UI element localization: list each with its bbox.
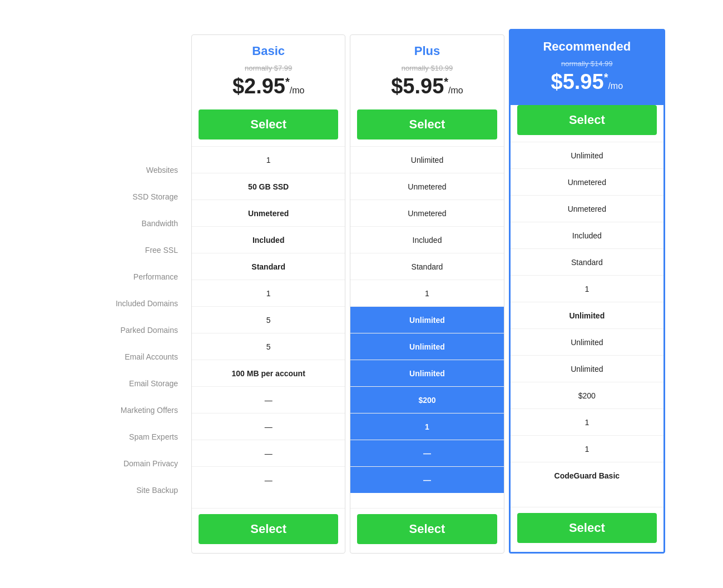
- plus-feature-2: Unmetered: [350, 200, 503, 226]
- recommended-feature-1: Unmetered: [511, 168, 663, 195]
- plus-feature-1: Unmetered: [350, 173, 503, 200]
- plus-select-bottom-button[interactable]: Select: [357, 514, 497, 544]
- recommended-feature-3: Included: [511, 222, 663, 248]
- feature-label-spam: Spam Experts: [56, 423, 189, 450]
- recommended-feature-2: Unmetered: [511, 195, 663, 222]
- plus-feature-5: 1: [350, 280, 503, 306]
- plus-feature-12: —: [350, 466, 503, 493]
- plus-normally: normally $10.99: [356, 64, 498, 72]
- recommended-feature-6: Unlimited: [511, 302, 663, 328]
- rec-parked-value: Unlimited: [569, 311, 605, 320]
- feature-label-backup: Site Backup: [56, 477, 189, 504]
- feature-label-ssl: Free SSL: [56, 237, 189, 263]
- plus-feature-6: Unlimited: [350, 306, 503, 333]
- recommended-price-per: /mo: [608, 81, 623, 91]
- recommended-select-top-button[interactable]: Select: [517, 105, 657, 135]
- basic-emailstorage-value: 100 MB per account: [232, 369, 305, 378]
- basic-feature-7: 5: [192, 333, 345, 360]
- plus-select-top-button[interactable]: Select: [357, 109, 497, 139]
- feature-label-email-storage: Email Storage: [56, 370, 189, 397]
- feature-label-ssd: SSD Storage: [56, 183, 189, 210]
- recommended-feature-12: CodeGuard Basic: [511, 462, 663, 489]
- basic-feature-12: —: [192, 466, 345, 493]
- plus-title: Plus: [356, 44, 498, 58]
- basic-perf-value: Standard: [251, 262, 285, 271]
- feature-label-privacy: Domain Privacy: [56, 450, 189, 477]
- recommended-header: Recommended normally $14.99 $5.95*/mo: [511, 31, 663, 105]
- basic-footer: Select: [192, 508, 345, 553]
- recommended-select-bottom-button[interactable]: Select: [517, 513, 657, 543]
- plus-feature-7: Unlimited: [350, 333, 503, 360]
- plus-price-asterisk: *: [444, 76, 448, 88]
- plus-feature-10: 1: [350, 413, 503, 440]
- recommended-feature-11: 1: [511, 435, 663, 462]
- basic-price-asterisk: *: [285, 76, 290, 88]
- feature-label-domains: Included Domains: [56, 290, 189, 317]
- recommended-price: $5.95*/mo: [516, 70, 658, 94]
- recommended-normally: normally $14.99: [516, 59, 658, 68]
- basic-feature-11: —: [192, 440, 345, 466]
- basic-header: Basic normally $7.99 $2.95*/mo: [192, 35, 345, 109]
- rec-backup-value: CodeGuard Basic: [554, 471, 620, 480]
- basic-select-bottom-button[interactable]: Select: [199, 514, 338, 544]
- recommended-price-whole: $5.95: [551, 70, 604, 93]
- recommended-footer: Select: [511, 507, 663, 552]
- feature-label-performance: Performance: [56, 263, 189, 290]
- plus-price: $5.95*/mo: [356, 74, 498, 98]
- basic-feature-4: Standard: [192, 253, 345, 280]
- recommended-feature-4: Standard: [511, 248, 663, 275]
- plan-plus: Plus normally $10.99 $5.95*/mo Select Un…: [350, 34, 504, 554]
- basic-price: $2.95*/mo: [197, 74, 339, 98]
- feature-label-marketing: Marketing Offers: [56, 397, 189, 423]
- feature-labels: Websites SSD Storage Bandwidth Free SSL …: [56, 34, 189, 554]
- label-spacer: [56, 34, 189, 157]
- basic-feature-1: 50 GB SSD: [192, 173, 345, 200]
- basic-feature-10: —: [192, 413, 345, 440]
- basic-feature-6: 5: [192, 306, 345, 333]
- feature-label-parked: Parked Domains: [56, 317, 189, 343]
- basic-feature-0: 1: [192, 146, 345, 173]
- recommended-feature-7: Unlimited: [511, 328, 663, 355]
- plus-price-whole: $5.95: [391, 74, 444, 98]
- basic-price-per: /mo: [290, 86, 305, 95]
- basic-title: Basic: [197, 44, 339, 58]
- basic-ssl-value: Included: [252, 236, 285, 245]
- plus-feature-0: Unlimited: [350, 146, 503, 173]
- plus-price-per: /mo: [448, 86, 463, 95]
- label-footer-spacer: [56, 504, 189, 554]
- plus-header: Plus normally $10.99 $5.95*/mo: [350, 35, 503, 109]
- basic-select-top-button[interactable]: Select: [199, 109, 338, 139]
- plan-recommended: Recommended normally $14.99 $5.95*/mo Se…: [509, 29, 665, 554]
- recommended-feature-10: 1: [511, 408, 663, 435]
- plus-feature-9: $200: [350, 386, 503, 413]
- feature-label-websites: Websites: [56, 157, 189, 183]
- plus-footer: Select: [350, 508, 503, 553]
- basic-feature-2: Unmetered: [192, 200, 345, 226]
- plus-feature-11: —: [350, 440, 503, 466]
- recommended-feature-5: 1: [511, 275, 663, 302]
- plus-feature-3: Included: [350, 226, 503, 253]
- recommended-title: Recommended: [516, 39, 658, 54]
- feature-label-bandwidth: Bandwidth: [56, 210, 189, 237]
- pricing-table: Websites SSD Storage Bandwidth Free SSL …: [56, 23, 667, 565]
- basic-feature-8: 100 MB per account: [192, 360, 345, 386]
- recommended-feature-0: Unlimited: [511, 142, 663, 168]
- basic-bandwidth-value: Unmetered: [248, 209, 289, 218]
- basic-normally: normally $7.99: [197, 64, 339, 72]
- plan-basic: Basic normally $7.99 $2.95*/mo Select 1 …: [191, 34, 345, 554]
- basic-price-whole: $2.95: [232, 74, 285, 98]
- recommended-feature-8: Unlimited: [511, 355, 663, 382]
- basic-feature-9: —: [192, 386, 345, 413]
- plus-feature-8: Unlimited: [350, 360, 503, 386]
- basic-ssd-value: 50 GB SSD: [248, 182, 289, 191]
- feature-label-email-accounts: Email Accounts: [56, 343, 189, 370]
- basic-feature-3: Included: [192, 226, 345, 253]
- basic-feature-5: 1: [192, 280, 345, 306]
- recommended-feature-9: $200: [511, 382, 663, 408]
- plus-feature-4: Standard: [350, 253, 503, 280]
